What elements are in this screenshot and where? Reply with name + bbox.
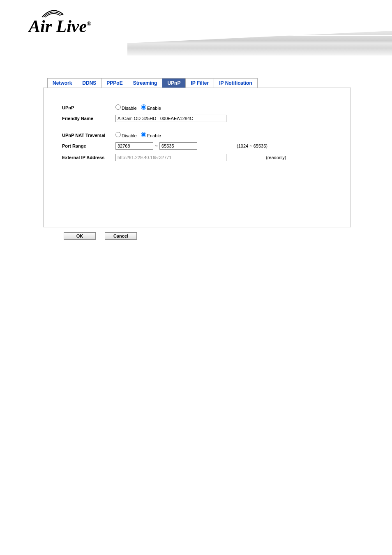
logo: Air Live® (29, 16, 91, 36)
tab-network[interactable]: Network (47, 78, 77, 88)
radio-upnp-disable-input[interactable] (115, 104, 121, 110)
radio-nat-enable[interactable]: Enable (141, 132, 161, 138)
ok-button[interactable]: OK (64, 232, 96, 240)
radio-upnp-disable-label: Disable (122, 106, 137, 111)
logo-text: Air Live (29, 17, 87, 36)
tab-ip-notification[interactable]: IP Notification (214, 78, 257, 88)
radio-nat-disable-label: Disable (122, 133, 137, 138)
page-header: Air Live® (0, 0, 392, 53)
radio-nat-enable-label: Enable (147, 133, 161, 138)
label-port-range: Port Range (62, 143, 115, 148)
label-upnp: UPnP (62, 105, 115, 110)
port-range-from-input[interactable] (115, 142, 153, 150)
port-range-hint: (1024 ~ 65535) (237, 143, 267, 148)
tab-streaming[interactable]: Streaming (128, 78, 163, 88)
content-panel: UPnP Disable Enable Friendly Name UPnP N… (43, 88, 351, 227)
radio-upnp-enable-input[interactable] (141, 104, 146, 110)
radio-nat-disable[interactable]: Disable (115, 132, 137, 138)
tab-pppoe[interactable]: PPPoE (101, 78, 128, 88)
row-friendly-name: Friendly Name (62, 115, 332, 122)
tab-bar: Network DDNS PPPoE Streaming UPnP IP Fil… (47, 78, 392, 88)
radio-nat-enable-input[interactable] (141, 132, 146, 137)
port-range-to-input[interactable] (159, 142, 197, 150)
cancel-button[interactable]: Cancel (105, 232, 137, 240)
tab-upnp[interactable]: UPnP (162, 78, 186, 88)
external-ip-hint: (readonly) (266, 155, 286, 160)
label-external-ip: External IP Address (62, 155, 115, 160)
tab-ddns[interactable]: DDNS (77, 78, 101, 88)
logo-arc-icon (41, 9, 64, 18)
radio-upnp-enable[interactable]: Enable (141, 104, 161, 111)
row-external-ip: External IP Address (readonly) (62, 154, 332, 161)
row-upnp-nat: UPnP NAT Traversal Disable Enable (62, 132, 332, 138)
header-swoosh-decoration (127, 31, 392, 56)
friendly-name-input[interactable] (115, 115, 226, 122)
label-upnp-nat: UPnP NAT Traversal (62, 133, 115, 138)
action-buttons: OK Cancel (64, 232, 392, 240)
external-ip-input (115, 154, 226, 161)
label-friendly-name: Friendly Name (62, 116, 115, 121)
row-port-range: Port Range ~ (1024 ~ 65535) (62, 142, 332, 150)
tab-ip-filter[interactable]: IP Filter (185, 78, 214, 88)
radio-upnp-disable[interactable]: Disable (115, 104, 137, 111)
logo-reg: ® (87, 21, 91, 27)
row-upnp: UPnP Disable Enable (62, 104, 332, 111)
port-range-tilde: ~ (155, 143, 158, 149)
radio-upnp-enable-label: Enable (147, 106, 161, 111)
radio-nat-disable-input[interactable] (115, 132, 121, 137)
